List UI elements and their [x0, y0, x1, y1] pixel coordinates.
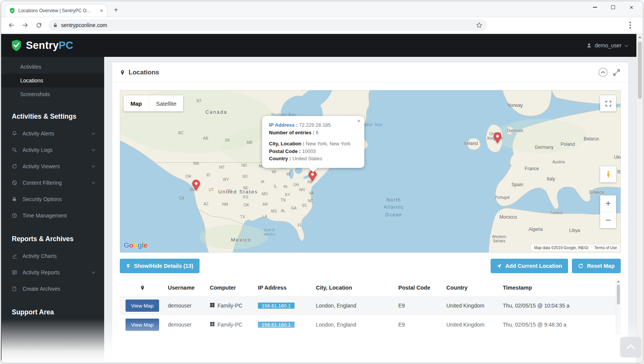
location-pin-icon: [120, 70, 125, 75]
user-icon: [586, 43, 592, 48]
sidebar-item-time-management[interactable]: Time Management: [1, 207, 104, 224]
address-bar[interactable]: sentrypconline.com: [48, 19, 487, 31]
info-line: Country : United States: [269, 155, 357, 163]
locations-panel: Locations: [112, 62, 629, 363]
table-row: View MapdemouserFamily-PC156.61.160.1Lon…: [120, 315, 621, 334]
user-menu[interactable]: demo_user: [586, 42, 627, 48]
sidebar-item-create-archives[interactable]: Create Archives: [1, 280, 104, 297]
panel-header: Locations: [112, 63, 628, 82]
ip-address-badge[interactable]: 156.61.160.1: [258, 322, 295, 328]
info-window: × IP Address : 72.229.28.185Number of en…: [262, 116, 364, 168]
table-row: View MapdemouserFamily-PC156.61.160.1Lon…: [120, 296, 621, 315]
map[interactable]: CanadaUnited StatesMexicoHudson BayLabra…: [120, 90, 621, 253]
site-header: SentryPC demo_user: [1, 34, 636, 57]
new-tab-button[interactable]: +: [110, 4, 122, 16]
tab-title: Locations Overview | SentryPC O...: [18, 8, 97, 13]
chevron-down-icon: [92, 270, 95, 274]
send-icon: [497, 264, 502, 269]
browser-window: Locations Overview | SentryPC O... × + ×…: [1, 1, 643, 363]
sidebar-item-screenshots[interactable]: Screenshots: [1, 87, 104, 101]
sidebar-item-content-filtering[interactable]: Content Filtering: [1, 174, 104, 191]
info-window-close-icon[interactable]: ×: [357, 118, 361, 124]
page: SentryPC demo_user ActivitiesLocationsSc…: [1, 34, 636, 363]
info-label: Postal Code :: [269, 148, 302, 154]
sentrypc-logo[interactable]: SentryPC: [10, 39, 73, 52]
add-current-location-button[interactable]: Add Current Location: [491, 259, 568, 273]
header-city-location: City, Location: [313, 285, 395, 291]
sidebar-item-activities[interactable]: Activities: [1, 60, 104, 74]
sidebar-nav: ActivitiesLocationsScreenshotsActivities…: [1, 57, 104, 363]
info-line: Number of entries : 6: [269, 129, 357, 137]
collapse-panel-icon[interactable]: [598, 68, 608, 77]
reload-button[interactable]: [32, 19, 45, 32]
brand-pc: PC: [59, 40, 73, 51]
username-cell: demouser: [165, 322, 207, 328]
sidebar-item-security-options[interactable]: Security Options: [1, 191, 104, 207]
expand-panel-icon[interactable]: [612, 68, 621, 77]
map-marker[interactable]: [493, 132, 502, 145]
sidebar-item-activity-viewers[interactable]: Activity Viewers: [1, 158, 104, 174]
page-scrollbar[interactable]: [636, 34, 643, 363]
view-map-button[interactable]: View Map: [126, 300, 159, 312]
zoom-in-button[interactable]: +: [600, 195, 616, 212]
zoom-out-button[interactable]: −: [600, 212, 616, 229]
info-value: New York, New York: [306, 141, 351, 147]
tab-close-icon[interactable]: ×: [100, 8, 103, 14]
back-button[interactable]: [5, 19, 18, 32]
view-map-cell: View Map: [120, 319, 165, 331]
browser-menu-icon[interactable]: [625, 22, 636, 29]
info-label: City, Location :: [269, 141, 306, 147]
chevron-down-icon: [92, 180, 95, 184]
sidebar-item-label: Activity Reports: [23, 269, 60, 275]
chevron-down-icon: [92, 164, 95, 168]
ip-cell: 156.61.160.1: [255, 322, 313, 328]
sidebar-item-activity-logs[interactable]: Activity Logs: [1, 142, 104, 158]
header-country: Country: [443, 285, 500, 291]
sidebar-item-label: Screenshots: [20, 91, 50, 97]
city-cell: London, England: [313, 303, 395, 309]
map-canvas: [120, 90, 621, 253]
sidebar-item-activity-alerts[interactable]: Activity Alerts: [1, 125, 104, 142]
sidebar-item-activity-charts[interactable]: Activity Charts: [1, 248, 104, 264]
table-scrollbar[interactable]: [616, 279, 621, 334]
map-data-credit: Map data ©2019 Google, INEGI: [534, 246, 588, 250]
minimize-button[interactable]: [586, 1, 604, 13]
map-marker[interactable]: [308, 170, 317, 183]
reset-map-button[interactable]: Reset Map: [572, 259, 621, 273]
bell-icon: [12, 131, 19, 136]
main-content: Locations: [104, 57, 636, 363]
info-label: Country :: [269, 156, 292, 161]
map-fullscreen-button[interactable]: [600, 95, 616, 111]
browser-toolbar: sentrypconline.com: [1, 17, 643, 34]
computer-cell: Family-PC: [207, 322, 255, 328]
sidebar-item-label: Time Management: [23, 213, 67, 219]
chevron-down-icon: [92, 131, 95, 135]
close-button[interactable]: ×: [622, 1, 641, 13]
bookmark-star-icon[interactable]: [476, 22, 483, 29]
map-type-satellite-button[interactable]: Satellite: [149, 95, 183, 111]
map-marker[interactable]: [192, 179, 201, 192]
scroll-to-top-button[interactable]: [620, 337, 641, 357]
info-label: Number of entries :: [269, 130, 316, 135]
view-map-button[interactable]: View Map: [126, 319, 159, 331]
info-value: United States: [292, 156, 322, 161]
info-value: 10003: [302, 148, 316, 154]
browser-tab[interactable]: Locations Overview | SentryPC O... ×: [5, 4, 107, 17]
scrollbar-thumb[interactable]: [638, 42, 642, 99]
sidebar-item-label: Create Archives: [23, 286, 60, 292]
show-hide-details-button[interactable]: Show/Hide Details (13): [120, 259, 200, 273]
lock-icon: [53, 23, 58, 27]
map-type-map-button[interactable]: Map: [124, 95, 149, 111]
forward-button[interactable]: [19, 19, 32, 32]
actions-row: Show/Hide Details (13) Add Current Locat…: [120, 259, 621, 273]
maximize-button[interactable]: [604, 1, 622, 13]
ip-address-badge[interactable]: 156.61.160.1: [258, 303, 295, 309]
username-label: demo_user: [595, 42, 621, 48]
scrollbar-up-arrow[interactable]: [637, 34, 643, 40]
sidebar-section-heading: Activities & Settings: [1, 101, 104, 125]
sidebar-item-locations[interactable]: Locations: [1, 74, 104, 87]
pegman-icon[interactable]: [600, 166, 616, 182]
terms-of-use-link[interactable]: Terms of Use: [594, 246, 617, 250]
chevron-down-icon: [625, 43, 628, 47]
sidebar-item-activity-reports[interactable]: Activity Reports: [1, 264, 104, 280]
